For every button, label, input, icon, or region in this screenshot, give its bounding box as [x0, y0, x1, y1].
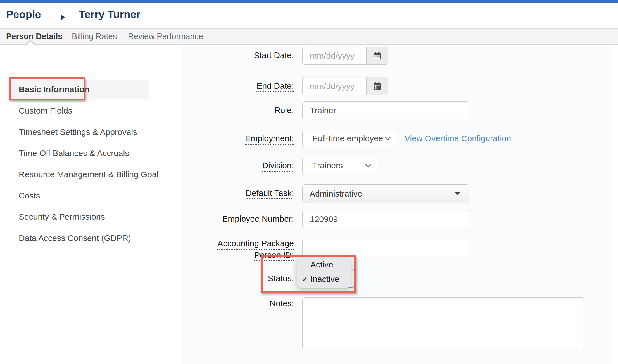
breadcrumb-arrow-icon [61, 15, 65, 20]
start-date-field [302, 47, 388, 65]
tab-bar: Person Details Billing Rates Review Perf… [0, 28, 618, 45]
person-details-form: Start Date: End Date: [182, 46, 612, 364]
status-option-inactive[interactable]: ✓ Inactive [297, 272, 351, 286]
sidebar-item-custom-fields[interactable]: Custom Fields [10, 101, 149, 120]
role-label: Role: [184, 104, 294, 116]
sidebar-item-time-off-balances[interactable]: Time Off Balances & Accruals [10, 144, 149, 162]
breadcrumb-person-name: Terry Turner [79, 9, 140, 21]
sidebar-item-data-access-consent[interactable]: Data Access Consent (GDPR) [10, 229, 149, 247]
status-option-active[interactable]: Active [297, 257, 351, 272]
sidebar-item-basic-information[interactable]: Basic Information [10, 80, 149, 99]
notes-textarea[interactable] [302, 297, 584, 349]
employee-number-input[interactable] [302, 210, 469, 228]
active-tab-pointer-mask [25, 45, 36, 46]
start-date-calendar-button[interactable] [366, 47, 388, 64]
division-select[interactable]: Trainers [302, 157, 378, 174]
accounting-package-person-id-label: Accounting Package Person ID: [210, 238, 294, 261]
sidebar-item-security-permissions[interactable]: Security & Permissions [10, 207, 149, 226]
start-date-label: Start Date: [184, 49, 294, 61]
default-task-label: Default Task: [184, 187, 294, 199]
division-selected-value: Trainers [312, 161, 343, 170]
sidebar-item-costs[interactable]: Costs [10, 186, 149, 205]
breadcrumb-people[interactable]: People [6, 9, 41, 21]
page-header: People Terry Turner [0, 3, 618, 28]
dropdown-arrow-icon [455, 192, 460, 195]
calendar-icon [372, 82, 382, 91]
role-input[interactable] [302, 101, 469, 119]
chevron-down-icon [365, 162, 371, 167]
end-date-calendar-button[interactable] [366, 77, 388, 95]
calendar-icon [372, 51, 382, 61]
employment-selected-value: Full-time employee [312, 134, 383, 143]
end-date-input[interactable] [303, 77, 366, 95]
employment-select[interactable]: Full-time employee [302, 130, 397, 147]
status-option-label: Inactive [310, 274, 339, 284]
chevron-down-icon [385, 135, 391, 140]
employment-label: Employment: [184, 133, 294, 144]
sidebar-item-resource-management[interactable]: Resource Management & Billing Goal [10, 165, 149, 184]
end-date-label: End Date: [184, 80, 294, 92]
default-task-dropdown[interactable]: Administrative [302, 184, 469, 203]
accounting-package-person-id-input[interactable] [302, 238, 469, 256]
checkmark-icon: ✓ [301, 274, 308, 284]
status-option-label: Active [310, 260, 333, 269]
division-label: Division: [184, 160, 294, 171]
view-overtime-configuration-link[interactable]: View Overtime Configuration [405, 133, 511, 144]
sidebar-item-timesheet-settings[interactable]: Timesheet Settings & Approvals [10, 123, 149, 141]
tab-review-performance[interactable]: Review Performance [128, 29, 203, 44]
tab-billing-rates[interactable]: Billing Rates [72, 29, 117, 44]
status-label: Status: [184, 272, 294, 284]
end-date-field [302, 77, 388, 95]
employee-number-label: Employee Number: [184, 213, 294, 225]
start-date-input[interactable] [303, 47, 366, 64]
status-dropdown-menu: Active ✓ Inactive [297, 256, 351, 288]
notes-label: Notes: [184, 298, 294, 309]
top-accent-bar [0, 0, 618, 3]
sidebar: Basic Information Custom Fields Timeshee… [0, 46, 182, 364]
default-task-selected-value: Administrative [310, 189, 362, 198]
